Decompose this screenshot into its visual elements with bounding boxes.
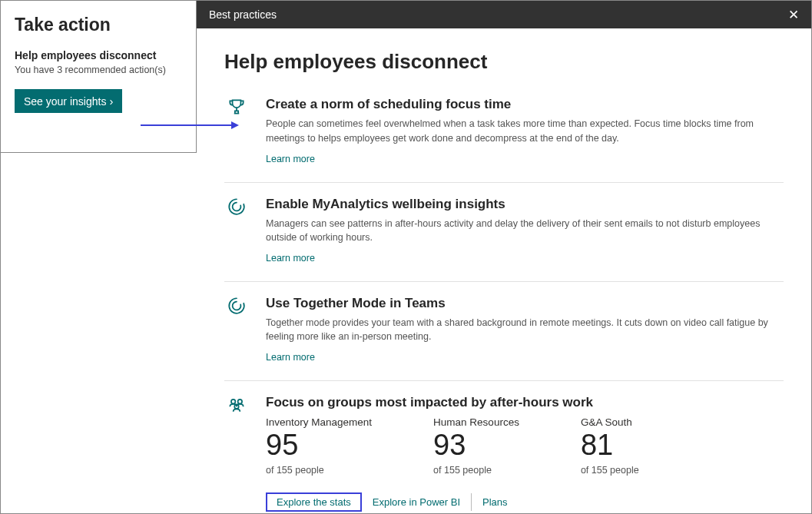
trophy-icon <box>224 97 249 164</box>
practice-item: Create a norm of scheduling focus time P… <box>224 97 784 182</box>
stat-number: 81 <box>581 429 639 462</box>
panel-header: Best practices ✕ <box>197 1 811 28</box>
practice-item: Enable MyAnalytics wellbeing insights Ma… <box>224 183 784 282</box>
stats-row: Inventory Management 95 of 155 people Hu… <box>266 416 784 476</box>
svg-point-3 <box>238 400 242 403</box>
people-icon <box>224 395 249 512</box>
see-insights-button[interactable]: See your insights › <box>15 89 122 113</box>
practice-item: Use Together Mode in Teams Together mode… <box>224 282 784 381</box>
explore-powerbi-link[interactable]: Explore in Power BI <box>362 493 472 511</box>
take-action-title: Take action <box>15 15 182 35</box>
best-practices-panel: Best practices ✕ Help employees disconne… <box>197 1 811 513</box>
chevron-right-icon: › <box>109 95 113 108</box>
take-action-card: Take action Help employees disconnect Yo… <box>1 1 197 153</box>
learn-more-link[interactable]: Learn more <box>266 352 315 363</box>
explore-stats-link[interactable]: Explore the stats <box>266 492 362 512</box>
stat-of: of 155 people <box>581 465 639 476</box>
stat-number: 95 <box>266 429 372 462</box>
stat-label: G&A South <box>581 416 639 428</box>
stat-item: Inventory Management 95 of 155 people <box>266 416 372 476</box>
practice-desc: People can sometimes feel overwhelmed wh… <box>266 117 784 144</box>
learn-more-link[interactable]: Learn more <box>266 154 315 164</box>
practice-title: Enable MyAnalytics wellbeing insights <box>266 197 784 212</box>
take-action-desc: You have 3 recommended action(s) <box>15 65 182 75</box>
bottom-links: Explore the stats Explore in Power BI Pl… <box>266 492 784 512</box>
practice-desc: Together mode provides your team with a … <box>266 316 784 343</box>
loading-arc-icon <box>224 197 249 264</box>
stat-item: G&A South 81 of 155 people <box>581 416 639 476</box>
loading-arc-icon <box>224 296 249 363</box>
svg-point-2 <box>231 400 235 403</box>
practice-title: Use Together Mode in Teams <box>266 296 784 311</box>
learn-more-link[interactable]: Learn more <box>266 253 315 264</box>
stat-of: of 155 people <box>433 465 519 476</box>
panel-header-title: Best practices <box>209 8 277 21</box>
groups-section: Focus on groups most impacted by after-h… <box>224 381 784 513</box>
stat-item: Human Resources 93 of 155 people <box>433 416 519 476</box>
practice-desc: Managers can see patterns in after-hours… <box>266 217 784 244</box>
stat-number: 93 <box>433 429 519 462</box>
panel-heading: Help employees disconnect <box>224 50 784 74</box>
close-icon[interactable]: ✕ <box>788 7 799 23</box>
groups-title: Focus on groups most impacted by after-h… <box>266 395 784 410</box>
stat-label: Human Resources <box>433 416 519 428</box>
stat-label: Inventory Management <box>266 416 372 428</box>
see-insights-label: See your insights <box>24 95 106 108</box>
take-action-subtitle: Help employees disconnect <box>15 49 182 61</box>
practice-title: Create a norm of scheduling focus time <box>266 97 784 112</box>
stat-of: of 155 people <box>266 465 372 476</box>
plans-link[interactable]: Plans <box>472 493 519 511</box>
